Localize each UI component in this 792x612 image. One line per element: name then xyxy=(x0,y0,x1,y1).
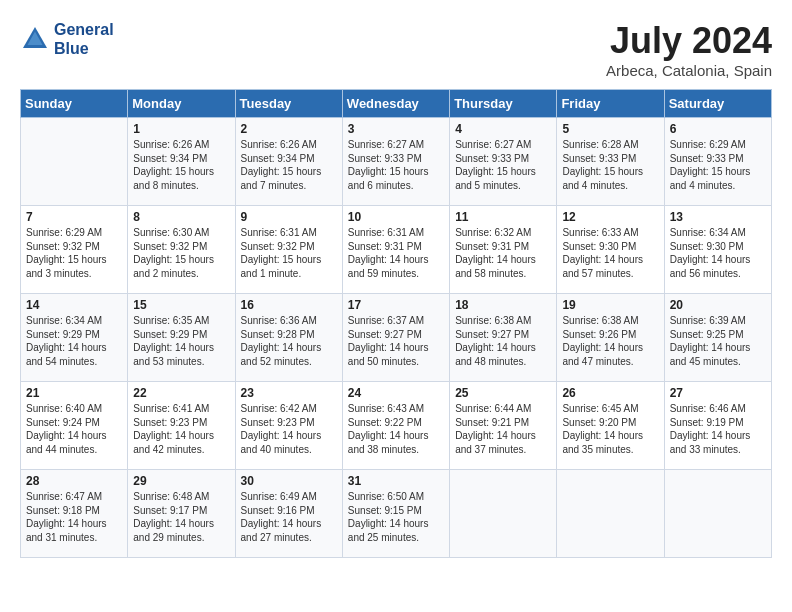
weekday-header: Friday xyxy=(557,90,664,118)
day-number: 11 xyxy=(455,210,551,224)
cell-content: Sunrise: 6:49 AM Sunset: 9:16 PM Dayligh… xyxy=(241,490,337,544)
day-number: 26 xyxy=(562,386,658,400)
day-number: 12 xyxy=(562,210,658,224)
calendar-cell: 13Sunrise: 6:34 AM Sunset: 9:30 PM Dayli… xyxy=(664,206,771,294)
cell-content: Sunrise: 6:34 AM Sunset: 9:30 PM Dayligh… xyxy=(670,226,766,280)
cell-content: Sunrise: 6:46 AM Sunset: 9:19 PM Dayligh… xyxy=(670,402,766,456)
calendar-cell xyxy=(664,470,771,558)
day-number: 8 xyxy=(133,210,229,224)
calendar-cell: 9Sunrise: 6:31 AM Sunset: 9:32 PM Daylig… xyxy=(235,206,342,294)
weekday-header-row: SundayMondayTuesdayWednesdayThursdayFrid… xyxy=(21,90,772,118)
cell-content: Sunrise: 6:39 AM Sunset: 9:25 PM Dayligh… xyxy=(670,314,766,368)
calendar-cell: 3Sunrise: 6:27 AM Sunset: 9:33 PM Daylig… xyxy=(342,118,449,206)
day-number: 18 xyxy=(455,298,551,312)
calendar-cell: 30Sunrise: 6:49 AM Sunset: 9:16 PM Dayli… xyxy=(235,470,342,558)
calendar-cell: 25Sunrise: 6:44 AM Sunset: 9:21 PM Dayli… xyxy=(450,382,557,470)
day-number: 3 xyxy=(348,122,444,136)
calendar-cell: 7Sunrise: 6:29 AM Sunset: 9:32 PM Daylig… xyxy=(21,206,128,294)
calendar-week-row: 7Sunrise: 6:29 AM Sunset: 9:32 PM Daylig… xyxy=(21,206,772,294)
day-number: 19 xyxy=(562,298,658,312)
calendar-cell: 10Sunrise: 6:31 AM Sunset: 9:31 PM Dayli… xyxy=(342,206,449,294)
calendar-cell: 23Sunrise: 6:42 AM Sunset: 9:23 PM Dayli… xyxy=(235,382,342,470)
cell-content: Sunrise: 6:48 AM Sunset: 9:17 PM Dayligh… xyxy=(133,490,229,544)
logo-text: General Blue xyxy=(54,20,114,58)
day-number: 13 xyxy=(670,210,766,224)
calendar-cell: 16Sunrise: 6:36 AM Sunset: 9:28 PM Dayli… xyxy=(235,294,342,382)
cell-content: Sunrise: 6:28 AM Sunset: 9:33 PM Dayligh… xyxy=(562,138,658,192)
day-number: 7 xyxy=(26,210,122,224)
cell-content: Sunrise: 6:34 AM Sunset: 9:29 PM Dayligh… xyxy=(26,314,122,368)
cell-content: Sunrise: 6:50 AM Sunset: 9:15 PM Dayligh… xyxy=(348,490,444,544)
calendar-cell xyxy=(21,118,128,206)
calendar-cell: 2Sunrise: 6:26 AM Sunset: 9:34 PM Daylig… xyxy=(235,118,342,206)
calendar-cell: 4Sunrise: 6:27 AM Sunset: 9:33 PM Daylig… xyxy=(450,118,557,206)
calendar-cell: 27Sunrise: 6:46 AM Sunset: 9:19 PM Dayli… xyxy=(664,382,771,470)
calendar-cell: 8Sunrise: 6:30 AM Sunset: 9:32 PM Daylig… xyxy=(128,206,235,294)
day-number: 2 xyxy=(241,122,337,136)
weekday-header: Tuesday xyxy=(235,90,342,118)
cell-content: Sunrise: 6:40 AM Sunset: 9:24 PM Dayligh… xyxy=(26,402,122,456)
logo: General Blue xyxy=(20,20,114,58)
cell-content: Sunrise: 6:32 AM Sunset: 9:31 PM Dayligh… xyxy=(455,226,551,280)
calendar-cell: 18Sunrise: 6:38 AM Sunset: 9:27 PM Dayli… xyxy=(450,294,557,382)
cell-content: Sunrise: 6:26 AM Sunset: 9:34 PM Dayligh… xyxy=(241,138,337,192)
cell-content: Sunrise: 6:27 AM Sunset: 9:33 PM Dayligh… xyxy=(348,138,444,192)
calendar-cell: 24Sunrise: 6:43 AM Sunset: 9:22 PM Dayli… xyxy=(342,382,449,470)
weekday-header: Sunday xyxy=(21,90,128,118)
day-number: 29 xyxy=(133,474,229,488)
calendar-cell: 19Sunrise: 6:38 AM Sunset: 9:26 PM Dayli… xyxy=(557,294,664,382)
cell-content: Sunrise: 6:33 AM Sunset: 9:30 PM Dayligh… xyxy=(562,226,658,280)
cell-content: Sunrise: 6:37 AM Sunset: 9:27 PM Dayligh… xyxy=(348,314,444,368)
day-number: 22 xyxy=(133,386,229,400)
cell-content: Sunrise: 6:26 AM Sunset: 9:34 PM Dayligh… xyxy=(133,138,229,192)
day-number: 5 xyxy=(562,122,658,136)
cell-content: Sunrise: 6:31 AM Sunset: 9:31 PM Dayligh… xyxy=(348,226,444,280)
calendar-cell: 11Sunrise: 6:32 AM Sunset: 9:31 PM Dayli… xyxy=(450,206,557,294)
day-number: 24 xyxy=(348,386,444,400)
day-number: 27 xyxy=(670,386,766,400)
day-number: 30 xyxy=(241,474,337,488)
cell-content: Sunrise: 6:45 AM Sunset: 9:20 PM Dayligh… xyxy=(562,402,658,456)
day-number: 10 xyxy=(348,210,444,224)
cell-content: Sunrise: 6:29 AM Sunset: 9:32 PM Dayligh… xyxy=(26,226,122,280)
cell-content: Sunrise: 6:31 AM Sunset: 9:32 PM Dayligh… xyxy=(241,226,337,280)
calendar-cell: 28Sunrise: 6:47 AM Sunset: 9:18 PM Dayli… xyxy=(21,470,128,558)
calendar-cell: 12Sunrise: 6:33 AM Sunset: 9:30 PM Dayli… xyxy=(557,206,664,294)
calendar-cell: 20Sunrise: 6:39 AM Sunset: 9:25 PM Dayli… xyxy=(664,294,771,382)
calendar-cell: 21Sunrise: 6:40 AM Sunset: 9:24 PM Dayli… xyxy=(21,382,128,470)
calendar-cell: 17Sunrise: 6:37 AM Sunset: 9:27 PM Dayli… xyxy=(342,294,449,382)
calendar-week-row: 28Sunrise: 6:47 AM Sunset: 9:18 PM Dayli… xyxy=(21,470,772,558)
calendar-cell: 15Sunrise: 6:35 AM Sunset: 9:29 PM Dayli… xyxy=(128,294,235,382)
cell-content: Sunrise: 6:38 AM Sunset: 9:27 PM Dayligh… xyxy=(455,314,551,368)
weekday-header: Thursday xyxy=(450,90,557,118)
day-number: 1 xyxy=(133,122,229,136)
calendar-cell xyxy=(450,470,557,558)
day-number: 4 xyxy=(455,122,551,136)
weekday-header: Wednesday xyxy=(342,90,449,118)
day-number: 20 xyxy=(670,298,766,312)
cell-content: Sunrise: 6:27 AM Sunset: 9:33 PM Dayligh… xyxy=(455,138,551,192)
cell-content: Sunrise: 6:42 AM Sunset: 9:23 PM Dayligh… xyxy=(241,402,337,456)
day-number: 31 xyxy=(348,474,444,488)
logo-icon xyxy=(20,24,50,54)
calendar-cell: 6Sunrise: 6:29 AM Sunset: 9:33 PM Daylig… xyxy=(664,118,771,206)
cell-content: Sunrise: 6:43 AM Sunset: 9:22 PM Dayligh… xyxy=(348,402,444,456)
calendar-week-row: 14Sunrise: 6:34 AM Sunset: 9:29 PM Dayli… xyxy=(21,294,772,382)
title-block: July 2024 Arbeca, Catalonia, Spain xyxy=(606,20,772,79)
month-title: July 2024 xyxy=(606,20,772,62)
weekday-header: Saturday xyxy=(664,90,771,118)
cell-content: Sunrise: 6:44 AM Sunset: 9:21 PM Dayligh… xyxy=(455,402,551,456)
calendar-cell: 22Sunrise: 6:41 AM Sunset: 9:23 PM Dayli… xyxy=(128,382,235,470)
calendar-table: SundayMondayTuesdayWednesdayThursdayFrid… xyxy=(20,89,772,558)
calendar-cell xyxy=(557,470,664,558)
day-number: 28 xyxy=(26,474,122,488)
calendar-week-row: 1Sunrise: 6:26 AM Sunset: 9:34 PM Daylig… xyxy=(21,118,772,206)
day-number: 14 xyxy=(26,298,122,312)
weekday-header: Monday xyxy=(128,90,235,118)
day-number: 17 xyxy=(348,298,444,312)
cell-content: Sunrise: 6:47 AM Sunset: 9:18 PM Dayligh… xyxy=(26,490,122,544)
cell-content: Sunrise: 6:30 AM Sunset: 9:32 PM Dayligh… xyxy=(133,226,229,280)
calendar-week-row: 21Sunrise: 6:40 AM Sunset: 9:24 PM Dayli… xyxy=(21,382,772,470)
day-number: 25 xyxy=(455,386,551,400)
calendar-cell: 5Sunrise: 6:28 AM Sunset: 9:33 PM Daylig… xyxy=(557,118,664,206)
